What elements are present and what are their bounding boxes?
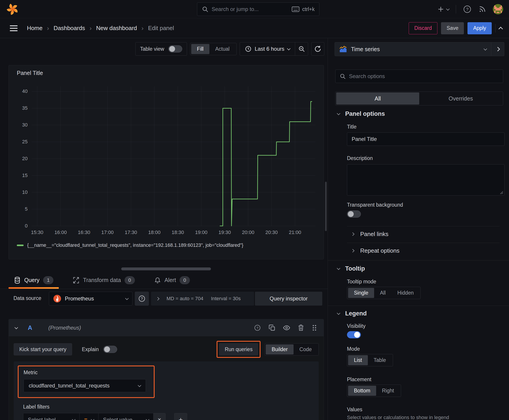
trash-icon[interactable] [298,324,304,331]
select-label-dropdown[interactable]: Select label [23,413,79,420]
save-button[interactable]: Save [441,22,464,34]
y-tick-label: 15 [22,172,28,178]
transparent-background-toggle[interactable] [347,210,361,218]
rss-icon [479,5,486,13]
interval: Interval = 30s [211,296,241,301]
refresh-button[interactable] [311,42,324,56]
tooltip-hidden-option[interactable]: Hidden [392,288,420,298]
clock-icon [245,45,251,52]
user-avatar[interactable] [493,4,503,14]
breadcrumb-new-dashboard[interactable]: New dashboard [96,25,137,32]
resize-handle-icon[interactable] [500,191,503,194]
query-ref-id: A [28,324,32,331]
panel-links-section[interactable]: Panel links [351,231,388,238]
fill-actual-switch: Fill Actual [190,43,236,55]
viz-suggestions-button[interactable] [491,42,504,56]
breadcrumb-dashboards[interactable]: Dashboards [54,25,85,32]
repeat-options-section[interactable]: Repeat options [351,247,400,254]
chevron-down-icon [146,418,150,420]
series-label[interactable]: {__name__="cloudflared_tunnel_total_requ… [27,242,243,248]
select-value-dropdown[interactable]: Select value [98,413,153,420]
data-source-row: Data source Prometheus ? MD = auto = 704… [0,292,328,306]
transparent-background-label: Transparent background [347,202,403,208]
discard-button[interactable]: Discard [409,22,437,34]
y-tick-label: 25 [22,139,28,144]
tooltip-all-option[interactable]: All [374,288,392,298]
legend-section[interactable]: Legend [337,310,367,317]
code-option[interactable]: Code [294,344,318,354]
series-color-marker [17,245,23,246]
duplicate-icon[interactable] [268,324,276,331]
tooltip-mode-label: Tooltip mode [347,279,376,285]
help-button[interactable]: ? [463,5,472,14]
chevron-right-icon [156,297,160,300]
news-button[interactable] [479,5,486,13]
new-menu-button[interactable] [437,6,449,13]
legend-mode-table[interactable]: Table [368,355,392,365]
query-options-strip[interactable]: MD = auto = 704 Interval = 30s [151,292,254,306]
operator-dropdown[interactable]: = [79,413,98,420]
kick-start-button[interactable]: Kick start your query [14,343,72,355]
panel-title-input[interactable] [347,132,504,146]
panel-options-section[interactable]: Panel options [337,110,385,117]
legend-visibility-toggle[interactable] [347,331,361,338]
apply-button[interactable]: Apply [467,22,492,34]
add-filter-button[interactable]: + [174,413,187,420]
scrollbar-thumb[interactable] [325,182,327,231]
run-queries-button[interactable]: Run queries [219,343,258,355]
breadcrumb: Home › Dashboards › New dashboard › Edit… [27,25,174,32]
x-tick-label: 17:30 [125,230,137,235]
panel-resize-handle[interactable] [121,267,211,270]
options-search-input[interactable] [349,73,499,79]
chevron-down-icon [337,112,341,115]
eye-icon[interactable] [283,324,290,331]
explain-toggle[interactable] [103,346,117,353]
data-source-picker[interactable]: Prometheus [49,292,132,306]
table-view-toggle[interactable] [168,45,182,52]
tab-overrides[interactable]: Overrides [419,92,502,105]
x-tick-label: 15:30 [31,230,43,235]
collapse-query-icon[interactable] [15,326,18,329]
menu-toggle-button[interactable] [10,25,17,31]
legend-placement-right[interactable]: Right [376,386,400,396]
keyboard-icon [292,6,299,12]
zoom-out-button[interactable] [295,42,308,55]
builder-option[interactable]: Builder [266,344,294,354]
query-header[interactable]: A (Prometheus) ? [9,319,324,336]
breadcrumb-home[interactable]: Home [27,25,42,32]
fill-option[interactable]: Fill [191,44,209,54]
x-tick-label: 17:00 [101,230,114,235]
actual-option[interactable]: Actual [209,44,236,54]
time-range-picker[interactable]: Last 6 hours [240,45,295,52]
tooltip-section[interactable]: Tooltip [337,265,365,272]
collapse-options-icon[interactable] [498,27,503,31]
edit-panel-main: Table view Fill Actual Last 6 hours [0,38,328,420]
remove-filter-button[interactable]: × [153,413,165,420]
builder-code-switch: Builder Code [265,343,319,356]
legend-placement-bottom[interactable]: Bottom [348,386,376,396]
max-data-points: MD = auto = 704 [167,296,203,301]
grafana-logo[interactable] [6,3,19,15]
data-source-help-button[interactable]: ? [135,292,149,306]
drag-handle-icon[interactable] [311,324,317,331]
visualization-picker[interactable]: Time series [335,42,491,56]
global-search[interactable]: ctrl+k [197,2,319,16]
legend-mode-list[interactable]: List [348,355,368,365]
chart-legend[interactable]: {__name__="cloudflared_tunnel_total_requ… [17,242,243,248]
panel-title: Panel Title [17,70,43,76]
description-textarea[interactable] [347,164,504,196]
tab-all[interactable]: All [336,92,419,105]
x-tick-label: 19:30 [219,230,231,235]
chevron-down-icon [72,418,76,420]
query-inspector-button[interactable]: Query inspector [255,292,322,306]
help-icon[interactable]: ? [254,324,261,332]
options-search[interactable] [335,69,503,83]
tooltip-single-option[interactable]: Single [348,288,374,298]
global-search-input[interactable] [212,6,289,12]
metric-select[interactable]: cloudflared_tunnel_total_requests [23,379,146,392]
x-tick-label: 16:00 [54,230,67,235]
x-tick-label: 21:00 [289,230,301,235]
tab-query[interactable]: Query 1 [14,271,53,289]
tab-transform-data[interactable]: Transform data 0 [73,271,135,289]
tab-alert[interactable]: Alert 0 [154,271,190,289]
